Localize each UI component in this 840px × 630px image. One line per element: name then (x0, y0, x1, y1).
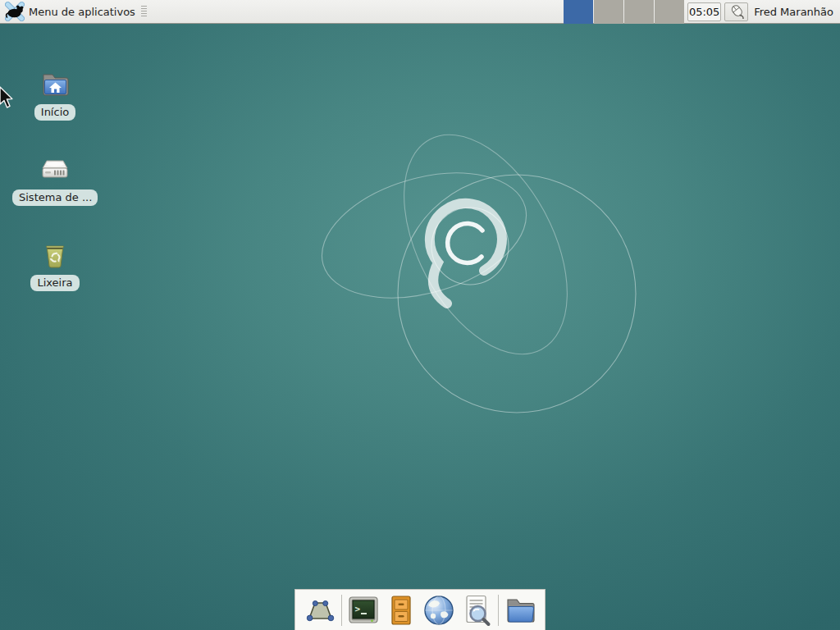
applications-menu-label: Menu de aplicativos (29, 6, 135, 18)
app-finder-launcher[interactable] (458, 591, 495, 629)
xfce-mouse-logo-icon (5, 2, 25, 21)
desktop-icon-trash[interactable]: Lixeira (11, 239, 98, 291)
workspace-cell[interactable] (624, 0, 654, 24)
web-browser-globe-icon (422, 593, 456, 628)
file-manager-launcher[interactable] (501, 591, 539, 629)
filesystem-drive-icon (39, 153, 71, 186)
terminal-icon: > (346, 593, 381, 628)
panel-grip-handle[interactable] (141, 6, 147, 17)
top-panel: Menu de aplicativos 05:05 Fred Maranhão (0, 0, 840, 24)
show-desktop-button[interactable] (301, 591, 339, 629)
workspace-cell[interactable] (655, 0, 684, 24)
terminal-launcher[interactable]: > (345, 591, 382, 629)
launcher-dock: > (294, 589, 546, 630)
workspace-cell[interactable] (564, 0, 593, 24)
app-finder-icon (459, 593, 494, 628)
trash-icon (39, 239, 71, 272)
web-browser-launcher[interactable] (420, 591, 458, 629)
applications-menu-button[interactable]: Menu de aplicativos (0, 0, 150, 23)
workspace-cell[interactable] (594, 0, 623, 24)
home-folder-icon (39, 68, 71, 101)
dock-separator (498, 595, 499, 626)
session-action-button[interactable] (724, 2, 748, 21)
desktop-icon-label: Lixeira (30, 275, 79, 291)
file-cabinet-launcher[interactable] (382, 591, 420, 629)
desktop: Início Sistema de ... (0, 24, 840, 630)
file-cabinet-icon (384, 593, 418, 628)
show-desktop-icon (303, 593, 337, 628)
clock[interactable]: 05:05 (687, 2, 721, 21)
desktop-icon-label: Início (34, 104, 75, 121)
dock-separator (341, 595, 342, 626)
username-label[interactable]: Fred Maranhão (754, 6, 833, 18)
workspace-switcher (564, 0, 684, 24)
desktop-icon-filesystem[interactable]: Sistema de ... (11, 153, 98, 206)
desktop-icon-home[interactable]: Início (11, 68, 98, 121)
file-manager-folder-icon (503, 593, 537, 628)
desktop-icon-label: Sistema de ... (12, 189, 98, 206)
mouse-device-icon (728, 2, 746, 21)
debian-swirl-wallpaper-art (0, 24, 840, 630)
svg-text:>: > (355, 604, 361, 614)
